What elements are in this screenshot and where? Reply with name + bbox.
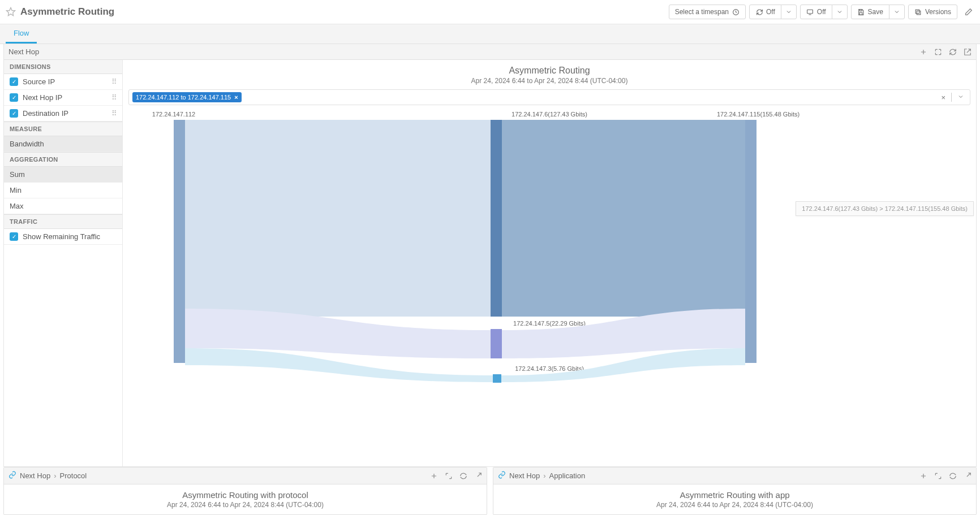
chevron-down-icon[interactable] <box>955 93 966 102</box>
timespan-label: Select a timespan <box>675 8 729 16</box>
crumb-2[interactable]: Application <box>549 471 586 480</box>
export-icon[interactable] <box>964 48 972 56</box>
agg-min[interactable]: Min <box>4 183 122 198</box>
refresh-icon[interactable] <box>949 48 957 56</box>
page-title: Asymmetric Routing <box>20 6 114 18</box>
tabs-bar: Flow <box>0 24 980 44</box>
dimension-label: Next Hop IP <box>23 93 62 102</box>
live-label: Off <box>817 8 826 16</box>
expand-icon[interactable] <box>934 48 942 56</box>
autorefresh-button[interactable]: Off <box>749 5 781 19</box>
crumb-2[interactable]: Protocol <box>60 471 87 480</box>
refresh-icon[interactable] <box>949 472 957 480</box>
measure-bandwidth[interactable]: Bandwidth <box>4 136 122 152</box>
live-dropdown[interactable] <box>832 5 848 19</box>
svg-rect-2 <box>807 10 813 14</box>
svg-rect-5 <box>917 11 921 14</box>
display-icon <box>806 8 814 16</box>
panel-actions <box>919 472 972 480</box>
sankey-node-source[interactable] <box>174 120 185 363</box>
panel-header-application: Next Hop › Application <box>493 468 976 484</box>
sankey-link-src-h6[interactable] <box>185 120 491 317</box>
versions-button[interactable]: Versions <box>908 5 957 19</box>
drag-handle-icon[interactable]: ⠿ <box>111 77 117 86</box>
crumb-1[interactable]: Next Hop <box>20 471 50 480</box>
drag-handle-icon[interactable]: ⠿ <box>111 109 117 118</box>
sankey-tooltip: 172.24.147.6(127.43 Gbits) > 172.24.147.… <box>796 201 974 216</box>
clear-filters-icon[interactable]: × <box>939 93 948 102</box>
agg-max[interactable]: Max <box>4 198 122 214</box>
edit-icon[interactable] <box>963 6 974 18</box>
panel-title: Next Hop <box>8 47 919 56</box>
dimension-destination-ip[interactable]: ✓ Destination IP ⠿ <box>4 106 122 122</box>
panel-header-protocol: Next Hop › Protocol <box>4 468 487 484</box>
autorefresh-label: Off <box>766 8 775 16</box>
dimension-next-hop-ip[interactable]: ✓ Next Hop IP ⠿ <box>4 90 122 106</box>
sankey-link-src-h3[interactable] <box>185 348 493 388</box>
checkbox-checked-icon[interactable]: ✓ <box>10 109 18 118</box>
export-icon[interactable] <box>964 472 972 480</box>
checkbox-checked-icon[interactable]: ✓ <box>10 232 18 241</box>
dimension-label: Destination IP <box>23 109 68 118</box>
link-icon[interactable] <box>8 471 16 481</box>
add-icon[interactable] <box>430 472 438 480</box>
crumb-1[interactable]: Next Hop <box>509 471 540 480</box>
drag-handle-icon[interactable]: ⠿ <box>111 93 117 102</box>
versions-label: Versions <box>925 8 951 16</box>
chart-title-block: Asymmetric Routing Apr 24, 2024 6:44 to … <box>123 60 976 86</box>
refresh-icon[interactable] <box>459 472 467 480</box>
bottom-panel-protocol: Next Hop › Protocol Asymmetric Routing w… <box>3 467 487 515</box>
autorefresh-group: Off <box>749 5 797 19</box>
favorite-star-icon[interactable] <box>6 7 16 17</box>
filter-chip-label: 172.24.147.112 to 172.24.147.115 <box>136 94 231 101</box>
clock-icon <box>732 8 740 16</box>
sankey-link-h3-dst[interactable] <box>501 348 745 388</box>
save-label: Save <box>868 8 883 16</box>
autorefresh-dropdown[interactable] <box>781 5 797 19</box>
agg-sum[interactable]: Sum <box>4 167 122 183</box>
traffic-header: TRAFFIC <box>4 214 122 229</box>
sankey-link-h6-dst[interactable] <box>502 120 745 317</box>
save-button[interactable]: Save <box>851 5 889 19</box>
add-icon[interactable] <box>919 472 927 480</box>
bottom-panel-application: Next Hop › Application Asymmetric Routin… <box>493 467 977 515</box>
link-icon[interactable] <box>498 471 506 481</box>
expand-icon[interactable] <box>934 472 942 480</box>
agg-label: Max <box>10 202 24 210</box>
expand-icon[interactable] <box>445 472 453 480</box>
export-icon[interactable] <box>474 472 482 480</box>
subpanel-subtitle: Apr 24, 2024 6:44 to Apr 24, 2024 8:44 (… <box>499 501 970 509</box>
subpanel-title: Asymmetric Routing with app <box>499 490 970 500</box>
dimensions-header: DIMENSIONS <box>4 60 122 74</box>
add-icon[interactable] <box>919 48 927 56</box>
panel-body-application: Asymmetric Routing with app Apr 24, 2024… <box>493 484 976 514</box>
panel-body-protocol: Asymmetric Routing with protocol Apr 24,… <box>4 484 487 514</box>
save-dropdown[interactable] <box>889 5 905 19</box>
chart-subtitle: Apr 24, 2024 6:44 to Apr 24, 2024 8:44 (… <box>123 77 976 85</box>
timespan-button[interactable]: Select a timespan <box>669 5 746 19</box>
dimension-source-ip[interactable]: ✓ Source IP ⠿ <box>4 74 122 90</box>
sankey-node-hop3[interactable] <box>493 374 501 383</box>
breadcrumb: Next Hop › Protocol <box>8 471 430 481</box>
panel-body: DIMENSIONS ✓ Source IP ⠿ ✓ Next Hop IP ⠿… <box>4 60 976 466</box>
sankey-node-dest[interactable] <box>745 120 757 363</box>
chevron-down-icon <box>893 8 901 16</box>
dimension-label: Source IP <box>23 77 55 86</box>
node-label-hop6: 172.24.147.6(127.43 Gbits) <box>512 111 587 118</box>
filter-chip[interactable]: 172.24.147.112 to 172.24.147.115 × <box>132 92 242 102</box>
svg-rect-3 <box>859 9 862 11</box>
checkbox-checked-icon[interactable]: ✓ <box>10 93 18 102</box>
top-toolbar: Asymmetric Routing Select a timespan Off… <box>0 0 980 24</box>
subpanel-title: Asymmetric Routing with protocol <box>10 490 481 500</box>
close-icon[interactable]: × <box>234 94 238 101</box>
sankey-chart[interactable]: 172.24.147.112 172.24.147.6(127.43 Gbits… <box>128 111 970 461</box>
traffic-show-remaining[interactable]: ✓ Show Remaining Traffic <box>4 229 122 245</box>
live-group: Off <box>800 5 848 19</box>
tab-flow[interactable]: Flow <box>6 24 37 44</box>
sankey-node-hop6[interactable] <box>491 120 502 317</box>
live-button[interactable]: Off <box>800 5 832 19</box>
checkbox-checked-icon[interactable]: ✓ <box>10 77 18 86</box>
chevron-right-icon: › <box>54 471 56 480</box>
breadcrumb: Next Hop › Application <box>498 471 919 481</box>
agg-label: Sum <box>10 170 25 179</box>
